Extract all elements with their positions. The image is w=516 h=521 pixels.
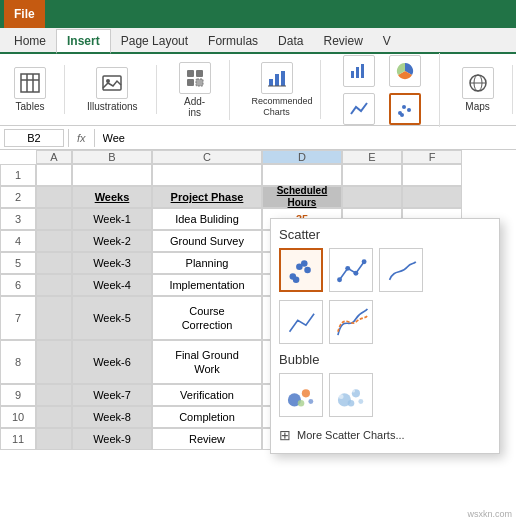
ribbon-content: Tables Illustrations Add-ins (0, 54, 516, 126)
cell-b1[interactable] (72, 164, 152, 186)
svg-point-45 (358, 399, 363, 404)
svg-rect-7 (196, 70, 203, 77)
scatter-smooth-icon[interactable] (379, 248, 423, 292)
svg-rect-8 (187, 79, 194, 86)
cell-a3[interactable] (36, 208, 72, 230)
svg-point-18 (402, 105, 406, 109)
svg-rect-0 (21, 74, 39, 92)
cell-f2[interactable] (402, 186, 462, 208)
cell-c10[interactable]: Completion (152, 406, 262, 428)
svg-point-43 (352, 389, 355, 392)
tab-home[interactable]: Home (4, 30, 56, 52)
row-num-8: 8 (0, 340, 36, 384)
svg-point-29 (304, 267, 311, 274)
cell-a8[interactable] (36, 340, 72, 384)
fx-label: fx (73, 132, 90, 144)
scatter-chart-button[interactable] (383, 91, 427, 127)
spreadsheet: A B C D E F 1 2 Weeks Project Phase Sche… (0, 150, 516, 450)
more-charts-icon: ⊞ (279, 427, 291, 443)
row-num-3: 3 (0, 208, 36, 230)
cell-a6[interactable] (36, 274, 72, 296)
cell-d1[interactable] (262, 164, 342, 186)
illustrations-group: Illustrations (81, 65, 157, 114)
scatter-lines-nomark-icon[interactable] (279, 300, 323, 344)
maps-label: Maps (465, 101, 489, 112)
cell-c1[interactable] (152, 164, 262, 186)
row-num-1: 1 (0, 164, 36, 186)
cell-c5[interactable]: Planning (152, 252, 262, 274)
cell-a10[interactable] (36, 406, 72, 428)
tab-page-layout[interactable]: Page Layout (111, 30, 198, 52)
cell-b6[interactable]: Week-4 (72, 274, 152, 296)
maps-button[interactable]: Maps (456, 65, 500, 114)
cell-c3[interactable]: Idea Buliding (152, 208, 262, 230)
row-num-5: 5 (0, 252, 36, 274)
chart-type-popup: Scatter (270, 218, 500, 454)
cell-c2-project-phase[interactable]: Project Phase (152, 186, 262, 208)
svg-point-33 (345, 266, 350, 271)
tab-review[interactable]: Review (313, 30, 372, 52)
cell-a7[interactable] (36, 296, 72, 340)
formula-input[interactable] (99, 132, 512, 144)
svg-point-34 (353, 271, 358, 276)
maps-group: Maps (456, 65, 513, 114)
pie-chart-button[interactable] (383, 53, 427, 89)
cell-a2[interactable] (36, 186, 72, 208)
col-header-a: A (36, 150, 72, 164)
row-num-11: 11 (0, 428, 36, 450)
cell-a11[interactable] (36, 428, 72, 450)
scatter-icons-row (279, 248, 491, 292)
row-2: 2 Weeks Project Phase ScheduledHours (0, 186, 516, 208)
svg-rect-12 (281, 71, 285, 86)
tab-insert[interactable]: Insert (56, 29, 111, 54)
scatter-filled-icon[interactable] (279, 248, 323, 292)
row-num-2: 2 (0, 186, 36, 208)
cell-b2-weeks[interactable]: Weeks (72, 186, 152, 208)
cell-c11[interactable]: Review (152, 428, 262, 450)
file-tab[interactable]: File (4, 0, 45, 28)
bubble-3d-icon[interactable] (329, 373, 373, 417)
scatter-smooth-nomark-icon[interactable] (329, 300, 373, 344)
cell-b11[interactable]: Week-9 (72, 428, 152, 450)
scatter-lines-icon[interactable] (329, 248, 373, 292)
cell-c7[interactable]: CourseCorrection (152, 296, 262, 340)
cell-c6[interactable]: Implementation (152, 274, 262, 296)
bar-chart-button[interactable] (337, 53, 381, 89)
col-header-b: B (72, 150, 152, 164)
addins-button[interactable]: Add-ins (173, 60, 217, 120)
recommended-charts-icon (261, 62, 293, 94)
cell-a5[interactable] (36, 252, 72, 274)
tab-data[interactable]: Data (268, 30, 313, 52)
illustrations-button[interactable]: Illustrations (81, 65, 144, 114)
cell-b9[interactable]: Week-7 (72, 384, 152, 406)
line-chart-button[interactable] (337, 91, 381, 127)
cell-b5[interactable]: Week-3 (72, 252, 152, 274)
cell-b4[interactable]: Week-2 (72, 230, 152, 252)
recommended-charts-button[interactable]: Recommended Charts (246, 60, 308, 120)
cell-reference-input[interactable] (4, 129, 64, 147)
cell-b3[interactable]: Week-1 (72, 208, 152, 230)
tab-view[interactable]: V (373, 30, 401, 52)
cell-e2[interactable] (342, 186, 402, 208)
cell-c8[interactable]: Final GroundWork (152, 340, 262, 384)
cell-d2-scheduled-hours[interactable]: ScheduledHours (262, 186, 342, 208)
cell-f1[interactable] (402, 164, 462, 186)
cell-a9[interactable] (36, 384, 72, 406)
cell-a4[interactable] (36, 230, 72, 252)
bubble-filled-icon[interactable] (279, 373, 323, 417)
more-scatter-charts-button[interactable]: ⊞ More Scatter Charts... (279, 425, 491, 445)
cell-e1[interactable] (342, 164, 402, 186)
cell-c4[interactable]: Ground Survey (152, 230, 262, 252)
cell-b10[interactable]: Week-8 (72, 406, 152, 428)
maps-icon (462, 67, 494, 99)
cell-b7[interactable]: Week-5 (72, 296, 152, 340)
cell-b8[interactable]: Week-6 (72, 340, 152, 384)
line-chart-icon (343, 93, 375, 125)
tables-button[interactable]: Tables (8, 65, 52, 114)
col-header-c: C (152, 150, 262, 164)
tab-formulas[interactable]: Formulas (198, 30, 268, 52)
svg-point-32 (337, 277, 342, 282)
cell-c9[interactable]: Verification (152, 384, 262, 406)
tables-group: Tables (8, 65, 65, 114)
cell-a1[interactable] (36, 164, 72, 186)
